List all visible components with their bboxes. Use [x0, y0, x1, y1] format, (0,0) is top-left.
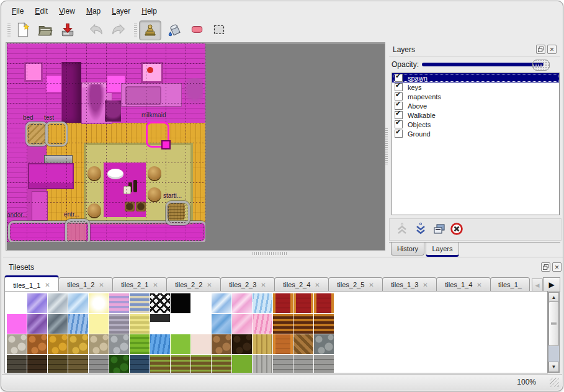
- map-canvas[interactable]: bed test milkmaid starti... entr... ando…: [6, 42, 385, 251]
- tile-3-10[interactable]: [212, 355, 231, 373]
- tile-2-3[interactable]: [68, 334, 88, 354]
- tile-1-15[interactable]: [314, 314, 334, 334]
- menu-item-view[interactable]: View: [53, 5, 81, 19]
- tileset-tab-tiles_1_3[interactable]: tiles_1_3✕: [382, 277, 437, 292]
- tileset-tab-tiles_1_1[interactable]: tiles_1_1✕: [4, 275, 59, 293]
- tileset-tab-tiles_2_4[interactable]: tiles_2_4✕: [274, 277, 329, 292]
- tile-0-1[interactable]: [27, 293, 47, 313]
- tile-2-15[interactable]: [314, 334, 334, 354]
- opacity-slider-groove[interactable]: [422, 63, 544, 66]
- tile-0-6[interactable]: [130, 293, 150, 313]
- tile-2-14[interactable]: [293, 334, 313, 354]
- tile-2-8[interactable]: [171, 334, 190, 354]
- tile-2-1[interactable]: [27, 334, 47, 354]
- menu-item-edit[interactable]: Edit: [29, 5, 53, 19]
- tile-0-4[interactable]: [89, 293, 109, 313]
- tab-close-icon[interactable]: ✕: [153, 282, 158, 288]
- tile-2-12[interactable]: [253, 334, 272, 354]
- tile-2-6[interactable]: [130, 334, 150, 354]
- tile-1-7[interactable]: [150, 314, 170, 334]
- tile-1-0[interactable]: [7, 314, 27, 334]
- tileset-tab-tiles_2_5[interactable]: tiles_2_5✕: [328, 277, 383, 292]
- delete-layer-button[interactable]: [449, 221, 465, 236]
- bucket-fill-tool-button[interactable]: [164, 20, 185, 39]
- tile-1-1[interactable]: [27, 314, 47, 334]
- map-object-bed[interactable]: [25, 122, 48, 146]
- open-file-button[interactable]: [35, 20, 56, 39]
- tile-1-11[interactable]: [232, 314, 252, 334]
- tileset-scrollbar[interactable]: ▲ ▼: [548, 292, 560, 373]
- tab-scroll-right-button[interactable]: ▶: [543, 277, 560, 292]
- tile-3-15[interactable]: [314, 355, 334, 373]
- tab-close-icon[interactable]: ✕: [369, 282, 374, 288]
- toolbar-drag-handle[interactable]: [7, 24, 11, 37]
- save-button[interactable]: [57, 20, 78, 39]
- opacity-slider-handle[interactable]: [532, 60, 550, 71]
- tab-close-icon[interactable]: ✕: [477, 282, 481, 288]
- tile-1-8[interactable]: [171, 314, 190, 334]
- layer-row-Ground[interactable]: ✔Ground: [392, 129, 559, 138]
- close-tilesets-button[interactable]: ✕: [552, 262, 562, 272]
- tileset-tab-tiles_2_3[interactable]: tiles_2_3✕: [220, 277, 275, 292]
- tile-3-3[interactable]: [68, 355, 88, 373]
- map-object-entrance[interactable]: [65, 219, 90, 242]
- tile-1-9[interactable]: [191, 314, 211, 334]
- menu-item-help[interactable]: Help: [136, 5, 163, 19]
- tile-0-14[interactable]: [293, 293, 313, 313]
- tile-3-11[interactable]: [232, 355, 252, 373]
- tile-3-12[interactable]: [253, 355, 272, 373]
- rect-select-tool-button[interactable]: [208, 20, 230, 39]
- eraser-tool-button[interactable]: [186, 20, 207, 39]
- tile-3-7[interactable]: [150, 355, 170, 373]
- tile-0-9[interactable]: [191, 293, 211, 313]
- raise-layer-button[interactable]: [395, 221, 411, 236]
- lower-layer-button[interactable]: [413, 221, 429, 236]
- stamp-tool-button[interactable]: [139, 20, 161, 40]
- tile-2-9[interactable]: [191, 334, 211, 354]
- tab-close-icon[interactable]: ✕: [207, 282, 212, 288]
- tile-2-2[interactable]: [48, 334, 68, 354]
- tileset-view[interactable]: [4, 291, 548, 373]
- tile-0-12[interactable]: [253, 293, 272, 313]
- tile-3-2[interactable]: [48, 355, 68, 373]
- vertical-splitter[interactable]: [385, 128, 388, 166]
- tile-1-10[interactable]: [212, 314, 231, 334]
- layer-row-keys[interactable]: ✔keys: [392, 82, 559, 92]
- tile-1-4[interactable]: [89, 314, 109, 334]
- tile-3-1[interactable]: [27, 355, 47, 373]
- tile-0-7[interactable]: [150, 293, 170, 313]
- tile-3-9[interactable]: [191, 355, 211, 373]
- tile-0-10[interactable]: [212, 293, 231, 313]
- tile-2-7[interactable]: [150, 334, 170, 354]
- tile-2-0[interactable]: [7, 334, 27, 354]
- tab-close-icon[interactable]: ✕: [99, 282, 104, 288]
- tileset-tab-tiles_1_2[interactable]: tiles_1_2✕: [58, 277, 113, 292]
- layer-row-spawn[interactable]: ✔spawn: [392, 73, 559, 82]
- layer-row-Objects[interactable]: ✔Objects: [392, 120, 559, 129]
- tileset-tab-tiles_1_4[interactable]: tiles_1_4✕: [436, 277, 491, 292]
- tile-1-14[interactable]: [293, 314, 313, 334]
- undo-button[interactable]: [86, 20, 107, 39]
- resize-grip[interactable]: [550, 378, 559, 387]
- tile-0-11[interactable]: [232, 293, 252, 313]
- tile-0-2[interactable]: [48, 293, 68, 313]
- tile-2-10[interactable]: [212, 334, 231, 354]
- tab-close-icon[interactable]: ✕: [261, 282, 266, 288]
- tile-0-8[interactable]: [171, 293, 190, 313]
- scrollbar-thumb[interactable]: [548, 301, 559, 346]
- tile-3-0[interactable]: [7, 355, 27, 373]
- dock-tab-layers[interactable]: Layers: [426, 243, 459, 257]
- tile-3-6[interactable]: [130, 355, 150, 373]
- tile-0-5[interactable]: [109, 293, 129, 313]
- tab-close-icon[interactable]: ✕: [45, 282, 50, 288]
- float-panel-button[interactable]: [536, 45, 545, 54]
- tile-3-5[interactable]: [109, 355, 129, 373]
- tileset-tab-tiles_1_[interactable]: tiles_1_: [490, 277, 530, 292]
- tile-0-15[interactable]: [314, 293, 334, 313]
- tile-1-5[interactable]: [109, 314, 129, 334]
- tileset-tab-tiles_2_1[interactable]: tiles_2_1✕: [112, 277, 167, 292]
- tileset-tab-tiles_2_2[interactable]: tiles_2_2✕: [166, 277, 221, 292]
- tile-1-12[interactable]: [253, 314, 272, 334]
- layer-row-Above[interactable]: ✔Above: [392, 101, 559, 110]
- tile-1-6[interactable]: [130, 314, 150, 334]
